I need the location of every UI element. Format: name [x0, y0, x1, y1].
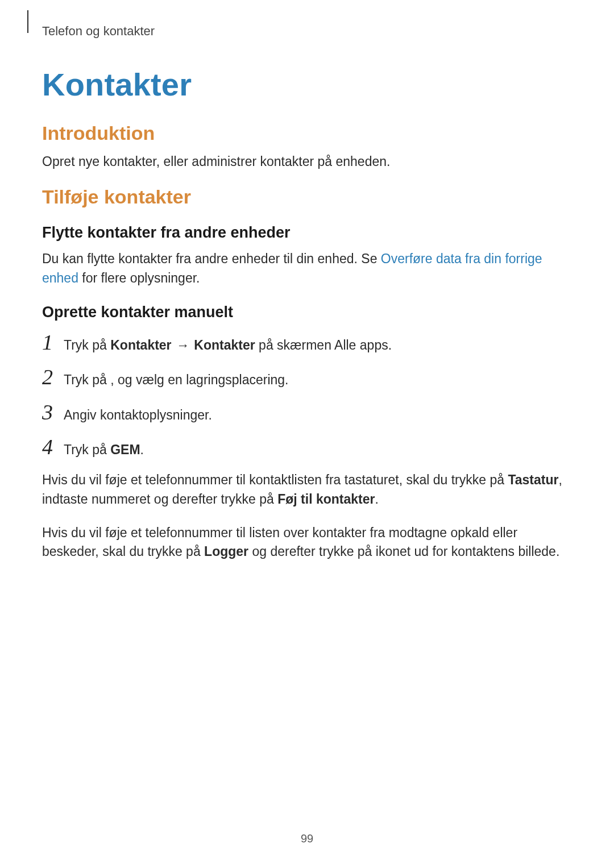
step-text-fragment: Tryk på — [64, 338, 110, 352]
body-text-pre: Du kan flytte kontakter fra andre enhede… — [42, 251, 381, 266]
step-number: 3 — [42, 401, 64, 423]
note-text-fragment: og derefter trykke på ikonet ud for kont… — [248, 544, 559, 559]
step-text: Tryk på GEM. — [64, 441, 144, 459]
note-bold-fragment: Logger — [204, 544, 248, 559]
step-text-fragment: på skærmen Alle apps. — [255, 338, 392, 352]
subsection-manual-heading: Oprette kontakter manuelt — [42, 304, 572, 321]
step-item: 4 Tryk på GEM. — [42, 436, 572, 459]
step-text: Tryk på , og vælg en lagringsplacering. — [64, 371, 288, 389]
note-paragraph: Hvis du vil føje et telefonnummer til li… — [42, 524, 572, 562]
step-text-fragment: , og vælg en lagringsplacering. — [110, 372, 288, 387]
section-add-heading: Tilføje kontakter — [42, 186, 572, 208]
breadcrumb: Telefon og kontakter — [42, 24, 572, 39]
page-title: Kontakter — [42, 66, 572, 103]
note-bold-fragment: Tastatur — [508, 472, 558, 487]
step-number: 4 — [42, 436, 64, 458]
note-text-fragment: . — [375, 492, 378, 506]
step-item: 3 Angiv kontaktoplysninger. — [42, 401, 572, 425]
step-text-fragment: Angiv kontaktoplysninger. — [64, 408, 212, 422]
note-text-fragment: Hvis du vil føje et telefonnummer til ko… — [42, 472, 508, 487]
step-text: Angiv kontaktoplysninger. — [64, 406, 212, 425]
step-bold-fragment: Kontakter — [194, 338, 255, 352]
section-introduction-body: Opret nye kontakter, eller administrer k… — [42, 152, 572, 171]
step-text: Tryk på Kontakter → Kontakter på skærmen… — [64, 336, 392, 355]
header-divider — [27, 10, 28, 33]
note-paragraph: Hvis du vil føje et telefonnummer til ko… — [42, 471, 572, 509]
arrow-icon: → — [173, 338, 193, 352]
note-bold-fragment: Føj til kontakter — [277, 492, 375, 506]
step-text-fragment: Tryk på — [64, 372, 110, 387]
step-number: 2 — [42, 366, 64, 388]
subsection-move-heading: Flytte kontakter fra andre enheder — [42, 224, 572, 242]
page-number: 99 — [0, 832, 614, 845]
body-text-post: for flere oplysninger. — [78, 271, 200, 285]
step-text-fragment: . — [140, 442, 144, 457]
step-number: 1 — [42, 331, 64, 353]
step-list: 1 Tryk på Kontakter → Kontakter på skærm… — [42, 331, 572, 459]
step-bold-fragment: GEM — [110, 442, 140, 457]
section-introduction-heading: Introduktion — [42, 122, 572, 144]
manual-page: Telefon og kontakter Kontakter Introdukt… — [0, 0, 614, 868]
step-bold-fragment: Kontakter — [110, 338, 171, 352]
step-item: 2 Tryk på , og vælg en lagringsplacering… — [42, 366, 572, 389]
step-item: 1 Tryk på Kontakter → Kontakter på skærm… — [42, 331, 572, 355]
subsection-move-body: Du kan flytte kontakter fra andre enhede… — [42, 250, 572, 288]
step-text-fragment: Tryk på — [64, 442, 110, 457]
